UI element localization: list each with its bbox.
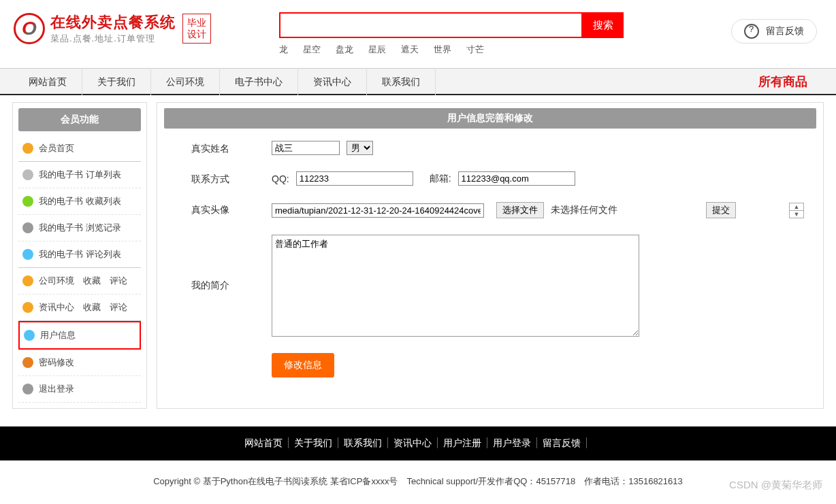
sidebar-title: 会员功能 — [18, 108, 141, 131]
nav-item[interactable]: 公司环境 — [151, 68, 220, 95]
feedback-button[interactable]: 留言反馈 — [731, 19, 817, 44]
nav-all-products[interactable]: 所有商品 — [743, 68, 822, 95]
hot-keyword[interactable]: 世界 — [434, 44, 451, 54]
nav-item[interactable]: 联系我们 — [367, 68, 436, 95]
footer-copyright: Copyright © 基于Python在线电子书阅读系统 某省ICP备xxxx… — [0, 460, 836, 503]
brand-sub: 菜品.点餐.地址.订单管理 — [50, 33, 176, 45]
sidebar-item[interactable]: 密码修改 — [18, 350, 141, 376]
chevron-down-icon: ▼ — [790, 211, 803, 218]
nav-item[interactable]: 网站首页 — [14, 68, 82, 95]
hot-keyword[interactable]: 龙 — [279, 44, 288, 54]
search-input[interactable] — [279, 12, 583, 38]
stepper[interactable]: ▲▼ — [789, 203, 804, 218]
hot-keyword[interactable]: 盘龙 — [336, 44, 353, 54]
footer-link[interactable]: 资讯中心 — [388, 437, 438, 448]
hot-keyword[interactable]: 星辰 — [368, 44, 386, 54]
main-nav: 网站首页关于我们公司环境电子书中心资讯中心联系我们所有商品 — [0, 68, 836, 95]
watermark: CSDN @黄菊华老师 — [729, 479, 822, 492]
sidebar-item[interactable]: 用户信息 — [18, 321, 141, 350]
badge: 毕业设计 — [182, 14, 211, 44]
chevron-up-icon: ▲ — [790, 203, 803, 211]
label-avatar: 真实头像 — [191, 202, 272, 216]
footer-link[interactable]: 留言反馈 — [537, 437, 587, 448]
sidebar-item[interactable]: 我的电子书 订单列表 — [18, 162, 141, 188]
hot-keyword[interactable]: 寸芒 — [466, 44, 484, 54]
footer-link[interactable]: 网站首页 — [239, 437, 289, 448]
footer-link[interactable]: 关于我们 — [289, 437, 338, 448]
email-input[interactable] — [458, 171, 575, 186]
sidebar-item[interactable]: 资讯中心 收藏 评论 — [18, 295, 141, 321]
sidebar-item[interactable]: 公司环境 收藏 评论 — [18, 268, 141, 295]
menu-icon — [24, 330, 35, 341]
sidebar: 会员功能 会员首页我的电子书 订单列表我的电子书 收藏列表我的电子书 浏览记录我… — [12, 102, 147, 409]
search-button[interactable]: 搜索 — [583, 12, 624, 38]
avatar-path-input[interactable] — [272, 203, 484, 218]
logo[interactable]: O 在线外卖点餐系统 菜品.点餐.地址.订单管理 毕业设计 — [14, 12, 211, 45]
bio-textarea[interactable]: 普通的工作者 — [272, 235, 639, 337]
menu-icon — [22, 169, 33, 180]
gender-select[interactable]: 男 — [347, 141, 373, 155]
menu-icon — [22, 196, 33, 207]
footer-link[interactable]: 用户注册 — [438, 437, 487, 448]
nav-item[interactable]: 关于我们 — [82, 68, 151, 95]
footer-link[interactable]: 联系我们 — [338, 437, 388, 448]
menu-icon — [22, 275, 33, 286]
label-contact: 联系方式 — [191, 171, 272, 186]
label-name: 真实姓名 — [191, 141, 272, 155]
sidebar-item[interactable]: 退出登录 — [18, 376, 141, 403]
nav-item[interactable]: 资讯中心 — [298, 68, 367, 95]
footer-link[interactable]: 用户登录 — [487, 437, 537, 448]
menu-icon — [22, 143, 33, 154]
sidebar-item[interactable]: 我的电子书 评论列表 — [18, 241, 141, 268]
brand-title: 在线外卖点餐系统 — [50, 12, 176, 33]
hot-keywords: 龙星空盘龙星辰遮天世界寸芒 — [279, 44, 624, 56]
content-panel: 用户信息完善和修改 真实姓名 男 联系方式 QQ: 邮箱: 真实头像 — [157, 102, 824, 409]
choose-file-button[interactable]: 选择文件 — [496, 202, 544, 218]
menu-icon — [22, 249, 33, 260]
panel-title: 用户信息完善和修改 — [164, 108, 816, 129]
hot-keyword[interactable]: 星空 — [303, 44, 321, 54]
submit-button[interactable]: 提交 — [706, 202, 736, 218]
no-file-text: 未选择任何文件 — [551, 204, 617, 216]
label-bio: 我的简介 — [191, 235, 272, 292]
support-icon — [744, 24, 759, 39]
sidebar-item[interactable]: 我的电子书 浏览记录 — [18, 215, 141, 241]
menu-icon — [22, 357, 33, 368]
footer-nav: 网站首页关于我们联系我们资讯中心用户注册用户登录留言反馈 — [0, 426, 836, 460]
save-button[interactable]: 修改信息 — [272, 353, 334, 377]
sidebar-item[interactable]: 会员首页 — [18, 135, 141, 162]
menu-icon — [22, 384, 33, 394]
name-input[interactable] — [272, 141, 340, 155]
nav-item[interactable]: 电子书中心 — [220, 68, 298, 95]
sidebar-item[interactable]: 我的电子书 收藏列表 — [18, 188, 141, 215]
qq-input[interactable] — [296, 171, 413, 186]
hot-keyword[interactable]: 遮天 — [401, 44, 419, 54]
menu-icon — [22, 222, 33, 233]
menu-icon — [22, 302, 33, 313]
